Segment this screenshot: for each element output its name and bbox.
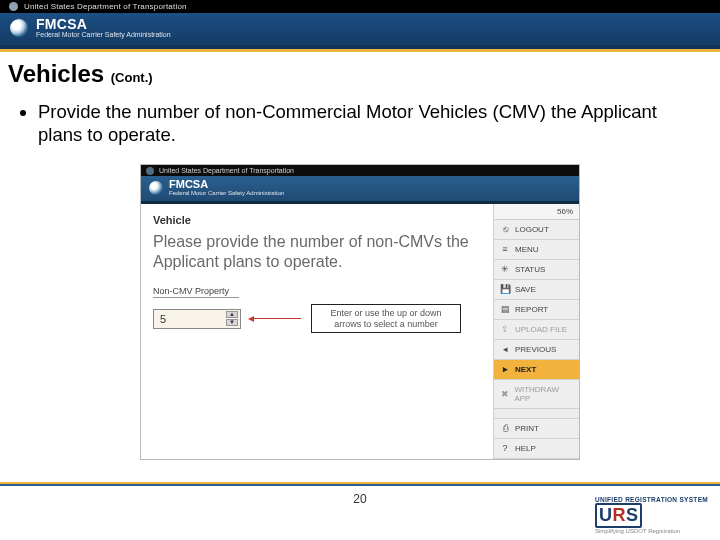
- menu-upload-label: UPLOAD FILE: [515, 325, 567, 334]
- menu-upload[interactable]: ⇪UPLOAD FILE: [494, 320, 579, 340]
- withdraw-icon: ✖: [500, 390, 509, 399]
- slide-title-text: Vehicles: [8, 60, 104, 87]
- shot-main-panel: Vehicle Please provide the number of non…: [141, 204, 493, 459]
- menu-save-label: SAVE: [515, 285, 536, 294]
- urs-logo-bottom: Simplifying USDOT Registration: [595, 528, 708, 534]
- menu-status-label: STATUS: [515, 265, 545, 274]
- urs-logo-top: UNIFIED REGISTRATION SYSTEM: [595, 496, 708, 503]
- menu-separator: [494, 409, 579, 419]
- non-cmv-value: 5: [160, 313, 166, 325]
- shot-fmcsa-logo-icon: [149, 181, 163, 195]
- menu-next[interactable]: ▸NEXT: [494, 360, 579, 380]
- callout-arrow-icon: [251, 318, 301, 319]
- report-icon: ▤: [500, 305, 510, 314]
- fmcsa-logo-icon: [10, 19, 28, 37]
- embedded-screenshot: United States Department of Transportati…: [140, 164, 580, 460]
- dot-banner: United States Department of Transportati…: [0, 0, 720, 13]
- shot-dot-text: United States Department of Transportati…: [159, 167, 294, 174]
- urs-logo-box: URS: [595, 503, 643, 528]
- status-icon: ✳: [500, 265, 510, 274]
- menu-print-label: PRINT: [515, 424, 539, 433]
- menu-previous-label: PREVIOUS: [515, 345, 556, 354]
- menu-menu-label: MENU: [515, 245, 539, 254]
- spinner-down-icon[interactable]: ▼: [226, 319, 238, 326]
- menu-help[interactable]: ?HELP: [494, 439, 579, 459]
- fmcsa-subtitle: Federal Motor Carrier Safety Administrat…: [36, 31, 171, 38]
- shot-section-heading: Vehicle: [153, 214, 483, 226]
- menu-withdraw[interactable]: ✖WITHDRAW APP: [494, 380, 579, 409]
- menu-print[interactable]: ⎙PRINT: [494, 419, 579, 439]
- save-icon: 💾: [500, 285, 510, 294]
- shot-fmcsa-subtitle: Federal Motor Carrier Safety Administrat…: [169, 190, 284, 196]
- urs-logo: UNIFIED REGISTRATION SYSTEM URS Simplify…: [595, 496, 708, 534]
- side-menu: 56% ⎋LOGOUT ≡MENU ✳STATUS 💾SAVE ▤REPORT …: [493, 204, 579, 459]
- logout-icon: ⎋: [500, 225, 510, 234]
- shot-fmcsa-title: FMCSA: [169, 179, 284, 190]
- menu-next-label: NEXT: [515, 365, 536, 374]
- previous-icon: ◂: [500, 345, 510, 354]
- shot-question: Please provide the number of non-CMVs th…: [153, 232, 483, 272]
- bullet-list: Provide the number of non-Commercial Mot…: [0, 90, 720, 146]
- menu-logout-label: LOGOUT: [515, 225, 549, 234]
- slide-title: Vehicles (Cont.): [0, 52, 720, 90]
- menu-icon: ≡: [500, 245, 510, 254]
- progress-percent: 56%: [494, 204, 579, 220]
- property-label: Non-CMV Property: [153, 286, 239, 298]
- upload-icon: ⇪: [500, 325, 510, 334]
- menu-previous[interactable]: ◂PREVIOUS: [494, 340, 579, 360]
- fmcsa-title: FMCSA: [36, 17, 171, 31]
- next-icon: ▸: [500, 365, 510, 374]
- spinner[interactable]: ▲ ▼: [226, 311, 238, 326]
- footer-divider: [0, 482, 720, 486]
- menu-withdraw-label: WITHDRAW APP: [514, 385, 573, 403]
- fmcsa-banner: FMCSA Federal Motor Carrier Safety Admin…: [0, 13, 720, 49]
- menu-help-label: HELP: [515, 444, 536, 453]
- help-icon: ?: [500, 444, 510, 453]
- menu-report-label: REPORT: [515, 305, 548, 314]
- menu-status[interactable]: ✳STATUS: [494, 260, 579, 280]
- slide-title-cont: (Cont.): [111, 70, 153, 85]
- shot-fmcsa-banner: FMCSA Federal Motor Carrier Safety Admin…: [141, 176, 579, 204]
- bullet-item: Provide the number of non-Commercial Mot…: [38, 100, 692, 146]
- spinner-up-icon[interactable]: ▲: [226, 311, 238, 318]
- print-icon: ⎙: [500, 424, 510, 433]
- menu-save[interactable]: 💾SAVE: [494, 280, 579, 300]
- dot-banner-text: United States Department of Transportati…: [24, 2, 187, 11]
- callout-box: Enter or use the up or down arrows to se…: [311, 304, 461, 333]
- menu-menu[interactable]: ≡MENU: [494, 240, 579, 260]
- menu-report[interactable]: ▤REPORT: [494, 300, 579, 320]
- shot-dot-banner: United States Department of Transportati…: [141, 165, 579, 176]
- menu-logout[interactable]: ⎋LOGOUT: [494, 220, 579, 240]
- non-cmv-input[interactable]: 5 ▲ ▼: [153, 309, 241, 329]
